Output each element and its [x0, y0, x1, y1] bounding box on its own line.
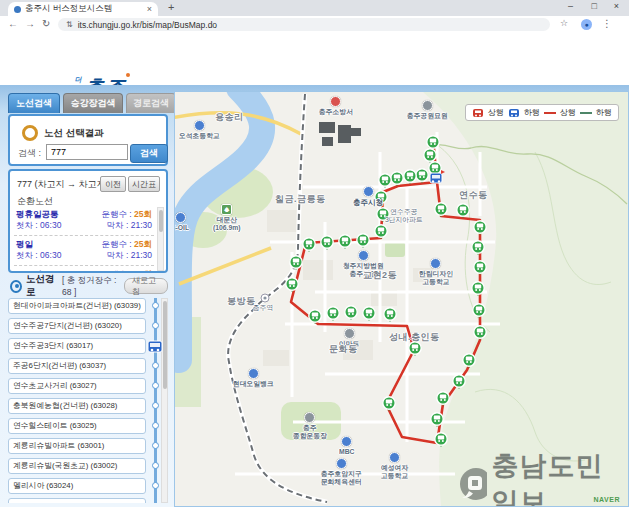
current-bus-icon [147, 340, 163, 353]
tab-stop-search[interactable]: 승강장검색 [63, 93, 123, 113]
timeline-node [152, 462, 159, 469]
fire-station-poi-icon [330, 96, 341, 107]
stop-row[interactable]: 계룡리슈빌아파트 (63001) [8, 438, 146, 454]
timetable-button[interactable]: 시간표 [128, 176, 160, 192]
map-label: 예성여자 고등학교 [381, 452, 408, 480]
stop-row[interactable]: 충북원예농협(건너편) (63028) [8, 398, 146, 414]
stop-count: [ 총 정거장수 : 68 ] [62, 275, 124, 297]
reload-icon[interactable]: ↻ [42, 18, 50, 29]
legend-line-up-label: 상행 [560, 107, 576, 118]
map-label: 충주 종합운동장 [293, 412, 327, 440]
map-label: 한림디자인 고등학교 [419, 258, 453, 286]
school-poi-icon [389, 452, 400, 463]
school-poi-icon [194, 120, 205, 131]
map-label: 성내.충인동 [389, 332, 440, 343]
forward-icon[interactable]: → [25, 18, 35, 29]
schedule-scrollbar[interactable] [157, 207, 164, 271]
downbound-line-icon [580, 112, 592, 114]
new-tab-button[interactable]: + [168, 1, 174, 13]
map-provider-logo: NAVER [594, 496, 620, 503]
search-field-label: 검색 : [18, 147, 41, 160]
browser-tab[interactable]: 충주시 버스정보시스템 × [8, 2, 158, 16]
site-header: 더 가까이, 충주 실시간버스정보 버스노선정보 버스검색이용안내 [0, 33, 629, 85]
stop-row[interactable]: 멜리시아 (63024) [8, 478, 146, 494]
window-minimize-button[interactable]: – [568, 1, 573, 11]
sports-center-poi-icon [336, 458, 347, 469]
site-settings-icon[interactable]: ⇅ [66, 20, 73, 29]
gas-station-poi-icon [248, 368, 259, 379]
timeline-node [152, 322, 159, 329]
bus-stop-list[interactable]: 현대아이파크아파트(건너편) (63039) 연수주공7단지(건너편) (630… [8, 298, 168, 503]
route-path-title: 노선경로 [26, 273, 59, 299]
route-search-input[interactable] [46, 144, 128, 160]
profile-avatar[interactable]: ● [581, 19, 592, 30]
bookmark-star-icon[interactable]: ☆ [560, 18, 568, 28]
tab-path-search[interactable]: 경로검색 [126, 93, 176, 113]
route-result-radio[interactable] [22, 125, 38, 141]
window-close-button[interactable]: × [614, 1, 619, 11]
map-label: 문화동 [329, 344, 358, 355]
browser-menu-icon[interactable]: ⋮ [602, 18, 612, 29]
timeline-node [152, 402, 159, 409]
city-hall-poi-icon [363, 186, 374, 197]
logo-small-top: 더 [75, 75, 82, 85]
map-label: S-OIL [174, 212, 189, 232]
stop-row[interactable]: 연수주공7단지(건너편) (63020) [8, 318, 146, 334]
browser-address-bar: ← → ↻ ⇅ its.chungju.go.kr/bis/map/BusMap… [0, 16, 629, 34]
legend-line-down-label: 하행 [596, 107, 612, 118]
stop-row[interactable]: 연수주공3단지 (63017) [8, 338, 146, 354]
downbound-bus-icon [508, 108, 520, 118]
timeline-node [152, 362, 159, 369]
schedule-list[interactable]: 평휴일공통 운행수 : 25회 첫차 : 06:30 막차 : 21:30 평일… [14, 207, 164, 271]
logo-dot-icon [126, 73, 130, 77]
timeline-node [152, 422, 159, 429]
stop-list-scrollbar[interactable] [161, 298, 168, 503]
cemetery-poi-icon [422, 100, 433, 111]
stop-row[interactable]: 연수힐스테이트 (63025) [8, 418, 146, 434]
map-label: 충주소방서 [319, 96, 353, 116]
url-text: its.chungju.go.kr/bis/map/BusMap.do [78, 20, 217, 30]
map-label: 칠금.금릉동 [275, 194, 326, 205]
court-poi-icon [358, 250, 369, 261]
sidebar-tabs: 노선검색 승강장검색 경로검색 [8, 93, 176, 113]
scrollbar-thumb[interactable] [159, 210, 163, 232]
stop-row[interactable]: 현대아이파크아파트(건너편) (63039) [8, 298, 146, 314]
refresh-button[interactable]: 새로고침 [124, 278, 168, 294]
tab-route-search[interactable]: 노선검색 [8, 93, 60, 113]
map-label: 봉방동 [227, 296, 256, 307]
stop-row[interactable]: 계룡리슈빌(국원초교) (63002) [8, 458, 146, 474]
tab-favicon-icon [14, 6, 21, 13]
window-maximize-button[interactable]: □ [592, 1, 597, 11]
upbound-line-icon [544, 112, 556, 114]
map-label: 충주공원묘원 [407, 100, 448, 120]
map-label: 교현2동 [363, 270, 397, 281]
scrollbar-thumb[interactable] [163, 301, 167, 389]
legend-bus-up-label: 상행 [488, 107, 504, 118]
stop-row[interactable] [8, 498, 146, 503]
timeline-node [152, 442, 159, 449]
tab-close-icon[interactable]: × [147, 4, 152, 14]
gas-station-poi-icon [175, 212, 186, 223]
stop-row[interactable]: 연수초교사거리 (63027) [8, 378, 146, 394]
stop-row[interactable]: 주공6단지(건너편) (63037) [8, 358, 146, 374]
watermark-logo-icon [459, 467, 487, 501]
schedule-row: 평일 운행수 : 25회 첫차 : 06:30 막차 : 21:30 [14, 237, 154, 266]
map-label: 연수주공 3단지아파트 [385, 208, 423, 224]
map-label: 충주호암지구 문화체육센터 [321, 458, 362, 486]
schedule-row: 평휴일공통 운행수 : 25회 첫차 : 06:30 막차 : 21:30 [14, 207, 154, 236]
upbound-bus-icon [472, 108, 484, 118]
route-path-header: 노선경로 [ 총 정거장수 : 68 ] 새로고침 [8, 277, 168, 295]
map-label: 충주역 [253, 304, 273, 312]
back-icon[interactable]: ← [8, 18, 18, 29]
broadcast-poi-icon [341, 436, 352, 447]
school-poi-icon [430, 258, 441, 269]
timeline-node [152, 302, 159, 309]
browser-tab-strip: 충주시 버스정보시스템 × + – □ × [0, 0, 629, 16]
search-button[interactable]: 검색 [130, 144, 168, 163]
route-result-label: 노선 선택결과 [44, 127, 104, 140]
target-icon [10, 280, 22, 293]
route-title: 777 (차고지 → 차고지) [17, 178, 109, 191]
prev-button[interactable]: 이전 [100, 176, 126, 192]
stadium-poi-icon [304, 412, 315, 423]
url-field[interactable]: ⇅ its.chungju.go.kr/bis/map/BusMap.do [58, 18, 550, 31]
